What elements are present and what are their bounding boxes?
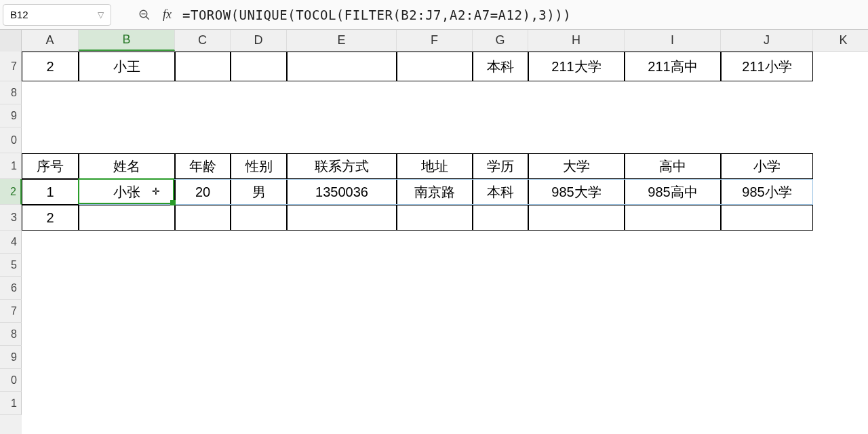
row-header[interactable]: 7 — [0, 300, 22, 323]
cell-r7-c6[interactable]: 本科 — [473, 52, 528, 81]
cell-r12-c6[interactable]: 本科 — [473, 179, 528, 205]
row-header[interactable]: 2 — [0, 179, 22, 205]
cell-r12-c4[interactable]: 1350036 — [287, 179, 397, 205]
row-header[interactable]: 5 — [0, 254, 22, 277]
row-header[interactable]: 9 — [0, 104, 22, 127]
cell-r13-c3[interactable] — [231, 205, 287, 231]
col-header-I[interactable]: I — [625, 30, 721, 51]
col-header-G[interactable]: G — [473, 30, 528, 51]
row-header[interactable]: 4 — [0, 231, 22, 254]
cell-r13-c1[interactable] — [79, 205, 175, 231]
cell-r7-c5[interactable] — [397, 52, 473, 81]
cell-r7-c3[interactable] — [231, 52, 287, 81]
cell-r13-c4[interactable] — [287, 205, 397, 231]
name-box-value: B12 — [10, 9, 28, 20]
header-cell-6[interactable]: 学历 — [473, 153, 528, 179]
cell-r13-c5[interactable] — [397, 205, 473, 231]
row-header[interactable]: 7 — [0, 52, 22, 81]
cell-r12-c3[interactable]: 男 — [231, 179, 287, 205]
row-header[interactable]: 1 — [0, 392, 22, 415]
cell-r12-c1[interactable]: 小张 — [79, 179, 175, 205]
col-header-E[interactable]: E — [287, 30, 397, 51]
row-header[interactable]: 1 — [0, 153, 22, 179]
cell-r12-c2[interactable]: 20 — [175, 179, 231, 205]
fx-label[interactable]: fx — [163, 7, 172, 22]
cell-r12-c9[interactable]: 985小学 — [721, 179, 813, 205]
cell-r7-c9[interactable]: 211小学 — [721, 52, 813, 81]
header-cell-3[interactable]: 性别 — [231, 153, 287, 179]
col-header-D[interactable]: D — [231, 30, 287, 51]
cell-r13-c2[interactable] — [175, 205, 231, 231]
cell-r7-c1[interactable]: 小王 — [79, 52, 175, 81]
cell-r7-c4[interactable] — [287, 52, 397, 81]
col-header-F[interactable]: F — [397, 30, 473, 51]
header-cell-9[interactable]: 小学 — [721, 153, 813, 179]
row-header[interactable]: 8 — [0, 81, 22, 104]
select-all-corner[interactable] — [0, 30, 22, 52]
row-header[interactable]: 6 — [0, 277, 22, 300]
header-cell-1[interactable]: 姓名 — [79, 153, 175, 179]
row-header[interactable]: 3 — [0, 205, 22, 231]
cell-r7-c8[interactable]: 211高中 — [625, 52, 721, 81]
cell-r12-c5[interactable]: 南京路 — [397, 179, 473, 205]
formula-input[interactable] — [182, 7, 865, 22]
cell-r12-c7[interactable]: 985大学 — [528, 179, 625, 205]
row-header[interactable]: 8 — [0, 323, 22, 346]
header-cell-4[interactable]: 联系方式 — [287, 153, 397, 179]
name-box[interactable]: B12 ▽ — [3, 4, 111, 26]
cell-r13-c0[interactable]: 2 — [22, 205, 79, 231]
formula-bar: B12 ▽ fx — [0, 0, 868, 30]
header-cell-7[interactable]: 大学 — [528, 153, 625, 179]
header-cell-8[interactable]: 高中 — [625, 153, 721, 179]
row-header[interactable]: 9 — [0, 346, 22, 369]
cell-r7-c7[interactable]: 211大学 — [528, 52, 625, 81]
cell-r13-c9[interactable] — [721, 205, 813, 231]
col-header-J[interactable]: J — [721, 30, 813, 51]
cells-area[interactable]: 2小王本科211大学211高中211小学序号姓名年龄性别联系方式地址学历大学高中… — [22, 52, 868, 434]
col-header-K[interactable]: K — [813, 30, 868, 51]
row-header[interactable]: 0 — [0, 369, 22, 392]
col-header-C[interactable]: C — [175, 30, 231, 51]
cell-r12-c0[interactable]: 1 — [22, 179, 79, 205]
zoom-out-icon[interactable] — [137, 7, 152, 22]
chevron-down-icon[interactable]: ▽ — [98, 10, 104, 20]
cell-r13-c6[interactable] — [473, 205, 528, 231]
header-cell-2[interactable]: 年龄 — [175, 153, 231, 179]
col-header-H[interactable]: H — [528, 30, 625, 51]
row-header[interactable]: 0 — [0, 127, 22, 153]
row-headers: 789012345678901 — [0, 52, 22, 434]
cell-r7-c2[interactable] — [175, 52, 231, 81]
col-header-B[interactable]: B — [79, 30, 175, 51]
header-cell-0[interactable]: 序号 — [22, 153, 79, 179]
spreadsheet-grid: ABCDEFGHIJK 789012345678901 2小王本科211大学21… — [0, 30, 868, 434]
col-header-A[interactable]: A — [22, 30, 79, 51]
cell-r13-c8[interactable] — [625, 205, 721, 231]
column-headers: ABCDEFGHIJK — [0, 30, 868, 52]
svg-line-1 — [146, 16, 149, 20]
header-cell-5[interactable]: 地址 — [397, 153, 473, 179]
cell-r13-c7[interactable] — [528, 205, 625, 231]
cell-r12-c8[interactable]: 985高中 — [625, 179, 721, 205]
cell-r7-c0[interactable]: 2 — [22, 52, 79, 81]
